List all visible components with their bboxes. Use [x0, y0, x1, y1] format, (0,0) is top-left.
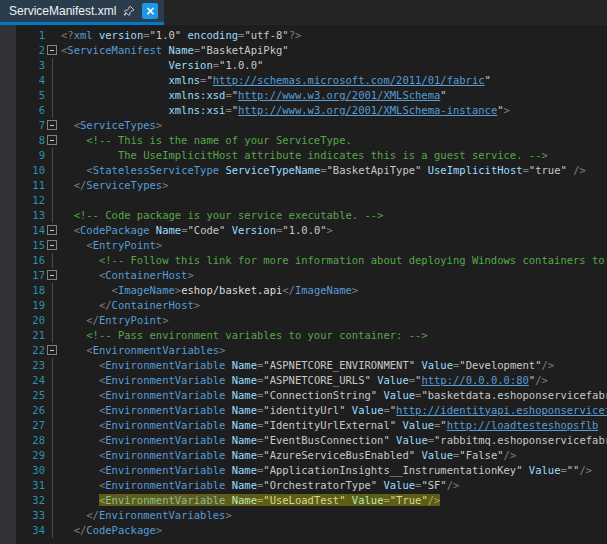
code-text: <CodePackage Name="Code" Version="1.0.0"…: [61, 223, 333, 238]
code-line[interactable]: 3 Version="1.0.0": [0, 58, 607, 73]
line-number: 3: [16, 58, 45, 73]
code-line[interactable]: 8 <!-- This is the name of your ServiceT…: [0, 133, 607, 148]
line-number: 5: [16, 88, 45, 103]
fold-guide: [45, 283, 61, 298]
code-text: <!-- This is the name of your ServiceTyp…: [61, 133, 352, 148]
line-number: 34: [16, 523, 45, 538]
code-text: </CodePackage>: [61, 523, 162, 538]
line-number: 11: [16, 178, 45, 193]
fold-toggle-icon[interactable]: [45, 268, 61, 283]
code-line[interactable]: 16 <!-- Follow this link for more inform…: [0, 253, 607, 268]
code-text: </ContainerHost>: [61, 298, 200, 313]
code-text: <EnvironmentVariable Name="ASPNETCORE_UR…: [61, 373, 548, 388]
line-number: 12: [16, 193, 45, 208]
fold-guide: [45, 508, 61, 523]
fold-toggle-icon[interactable]: [45, 43, 61, 58]
code-line[interactable]: 34 </CodePackage>: [0, 523, 607, 538]
code-text: <ServiceTypes>: [61, 118, 162, 133]
line-number: 33: [16, 508, 45, 523]
fold-guide: [45, 433, 61, 448]
line-number: 19: [16, 298, 45, 313]
fold-guide: [45, 58, 61, 73]
fold-toggle-icon[interactable]: [45, 133, 61, 148]
fold-guide: [45, 88, 61, 103]
code-line[interactable]: 28 <EnvironmentVariable Name="EventBusCo…: [0, 433, 607, 448]
code-line[interactable]: 7 <ServiceTypes>: [0, 118, 607, 133]
code-line[interactable]: 6 xmlns:xsi="http://www.w3.org/2001/XMLS…: [0, 103, 607, 118]
code-line[interactable]: 24 <EnvironmentVariable Name="ASPNETCORE…: [0, 373, 607, 388]
code-line[interactable]: 5 xmlns:xsd="http://www.w3.org/2001/XMLS…: [0, 88, 607, 103]
code-line[interactable]: 21 <!-- Pass environment variables to yo…: [0, 328, 607, 343]
fold-guide: [45, 328, 61, 343]
code-line[interactable]: 26 <EnvironmentVariable Name="identityUr…: [0, 403, 607, 418]
line-number: 22: [16, 343, 45, 358]
code-text: </EntryPoint>: [61, 313, 169, 328]
line-number: 27: [16, 418, 45, 433]
code-line[interactable]: 17 <ContainerHost>: [0, 268, 607, 283]
code-text: <?xml version="1.0" encoding="utf-8"?>: [61, 28, 301, 43]
code-line[interactable]: 12: [0, 193, 607, 208]
tab-bar: ServiceManifest.xml ×: [0, 0, 607, 25]
code-text: xmlns:xsd="http://www.w3.org/2001/XMLSch…: [61, 88, 447, 103]
fold-toggle-icon[interactable]: [45, 343, 61, 358]
code-line[interactable]: 19 </ContainerHost>: [0, 298, 607, 313]
line-number: 4: [16, 73, 45, 88]
fold-guide: [45, 163, 61, 178]
code-text: xmlns="http://schemas.microsoft.com/2011…: [61, 73, 491, 88]
code-line[interactable]: 14 <CodePackage Name="Code" Version="1.0…: [0, 223, 607, 238]
code-line[interactable]: 10 <StatelessServiceType ServiceTypeName…: [0, 163, 607, 178]
fold-guide: [45, 178, 61, 193]
code-text: <EnvironmentVariable Name="UseLoadTest" …: [61, 493, 440, 508]
code-line[interactable]: 29 <EnvironmentVariable Name="AzureServi…: [0, 448, 607, 463]
code-text: <EnvironmentVariables>: [61, 343, 225, 358]
fold-toggle-icon[interactable]: [45, 238, 61, 253]
code-line[interactable]: 31 <EnvironmentVariable Name="Orchestrat…: [0, 478, 607, 493]
code-text: </ServiceTypes>: [61, 178, 169, 193]
code-line[interactable]: 4 xmlns="http://schemas.microsoft.com/20…: [0, 73, 607, 88]
fold-toggle-icon[interactable]: [45, 118, 61, 133]
line-number: 1: [16, 28, 45, 43]
code-text: <!-- Pass environment variables to your …: [61, 328, 428, 343]
line-number: 18: [16, 283, 45, 298]
close-icon[interactable]: ×: [142, 3, 158, 19]
code-text: <EnvironmentVariable Name="EventBusConne…: [61, 433, 607, 448]
code-line[interactable]: 18 <ImageName>eshop/basket.api</ImageNam…: [0, 283, 607, 298]
code-line[interactable]: 20 </EntryPoint>: [0, 313, 607, 328]
code-text: </EnvironmentVariables>: [61, 508, 232, 523]
code-line[interactable]: 33 </EnvironmentVariables>: [0, 508, 607, 523]
line-number: 24: [16, 373, 45, 388]
fold-guide: [45, 193, 61, 208]
pin-icon[interactable]: [123, 5, 135, 17]
fold-guide: [45, 208, 61, 223]
fold-toggle-icon[interactable]: [45, 223, 61, 238]
code-line[interactable]: 9 The UseImplicitHost attribute indicate…: [0, 148, 607, 163]
code-text: The UseImplicitHost attribute indicates …: [61, 148, 548, 163]
code-line[interactable]: 32 <EnvironmentVariable Name="UseLoadTes…: [0, 493, 607, 508]
code-line[interactable]: 25 <EnvironmentVariable Name="Connection…: [0, 388, 607, 403]
code-text: <ServiceManifest Name="BasketApiPkg": [61, 43, 289, 58]
fold-guide: [45, 373, 61, 388]
code-line[interactable]: 22 <EnvironmentVariables>: [0, 343, 607, 358]
code-line[interactable]: 23 <EnvironmentVariable Name="ASPNETCORE…: [0, 358, 607, 373]
code-line[interactable]: 27 <EnvironmentVariable Name="IdentityUr…: [0, 418, 607, 433]
code-line[interactable]: 15 <EntryPoint>: [0, 238, 607, 253]
code-text: <ContainerHost>: [61, 268, 194, 283]
code-line[interactable]: 30 <EnvironmentVariable Name="Applicatio…: [0, 463, 607, 478]
line-number: 14: [16, 223, 45, 238]
fold-guide: [45, 478, 61, 493]
line-number: 23: [16, 358, 45, 373]
code-line[interactable]: 13 <!-- Code package is your service exe…: [0, 208, 607, 223]
code-editor[interactable]: 1<?xml version="1.0" encoding="utf-8"?>2…: [0, 25, 607, 544]
code-text: Version="1.0.0": [61, 58, 263, 73]
line-number: 7: [16, 118, 45, 133]
line-number: 26: [16, 403, 45, 418]
code-text: <!-- Follow this link for more informati…: [61, 253, 607, 268]
line-number: 21: [16, 328, 45, 343]
line-number: 17: [16, 268, 45, 283]
code-line[interactable]: 2<ServiceManifest Name="BasketApiPkg": [0, 43, 607, 58]
code-line[interactable]: 1<?xml version="1.0" encoding="utf-8"?>: [0, 28, 607, 43]
code-text: <EnvironmentVariable Name="OrchestratorT…: [61, 478, 459, 493]
line-number: 16: [16, 253, 45, 268]
tab-servicemanifest[interactable]: ServiceManifest.xml ×: [0, 0, 164, 25]
code-line[interactable]: 11 </ServiceTypes>: [0, 178, 607, 193]
